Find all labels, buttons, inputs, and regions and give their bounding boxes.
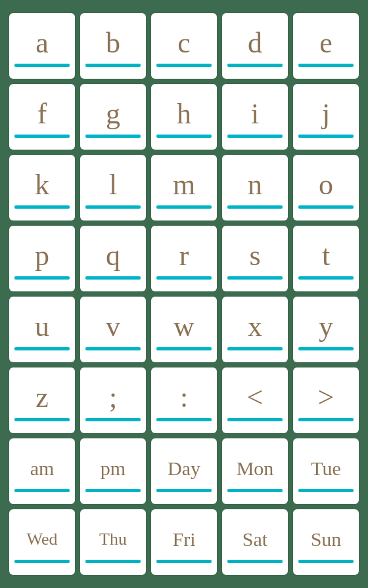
card-label: ; (109, 383, 117, 417)
card-label: a (35, 29, 49, 63)
card-item[interactable]: ; (80, 368, 146, 433)
card-item[interactable]: c (151, 13, 217, 79)
card-label: z (35, 383, 49, 417)
card-label: pm (101, 459, 126, 484)
card-item[interactable]: a (9, 13, 75, 79)
card-label: w (173, 312, 195, 346)
card-label: Sun (311, 530, 342, 555)
emoji-grid: abcdefghijklmnopqrstuvwxyz;:<>ampmDayMon… (1, 5, 367, 583)
card-item[interactable]: > (293, 368, 359, 433)
card-label: s (249, 242, 260, 276)
card-label: r (179, 242, 189, 276)
card-item[interactable]: q (80, 226, 146, 291)
card-label: p (35, 242, 49, 276)
card-label: d (248, 29, 262, 63)
card-item[interactable]: x (222, 297, 288, 362)
card-label: < (247, 383, 264, 417)
card-label: l (109, 171, 117, 205)
card-label: f (37, 100, 47, 134)
card-item[interactable]: e (293, 13, 359, 79)
card-label: u (35, 312, 49, 346)
card-item[interactable]: i (222, 84, 288, 150)
card-item[interactable]: am (9, 438, 75, 504)
card-item[interactable]: d (222, 13, 288, 79)
card-label: Sat (242, 530, 267, 555)
card-item[interactable]: Wed (9, 509, 75, 575)
card-item[interactable]: z (9, 368, 75, 433)
card-item[interactable]: k (9, 155, 75, 220)
card-item[interactable]: j (293, 84, 359, 150)
card-item[interactable]: v (80, 297, 146, 362)
card-item[interactable]: Mon (222, 438, 288, 504)
card-label: n (248, 171, 262, 205)
card-label: b (106, 29, 120, 63)
card-label: m (173, 171, 195, 205)
card-item[interactable]: Thu (80, 509, 146, 575)
card-item[interactable]: n (222, 155, 288, 220)
card-label: i (251, 100, 259, 134)
card-label: c (177, 29, 191, 63)
card-item[interactable]: m (151, 155, 217, 220)
card-label: h (177, 100, 191, 134)
card-label: Tue (311, 459, 341, 484)
card-item[interactable]: y (293, 297, 359, 362)
card-item[interactable]: pm (80, 438, 146, 504)
card-item[interactable]: b (80, 13, 146, 79)
card-label: j (322, 100, 330, 134)
card-label: Fri (172, 530, 195, 555)
card-label: q (106, 242, 120, 276)
card-item[interactable]: w (151, 297, 217, 362)
card-label: y (319, 312, 333, 346)
card-label: t (322, 242, 330, 276)
card-item[interactable]: s (222, 226, 288, 291)
card-label: e (319, 29, 333, 63)
card-label: o (319, 171, 333, 205)
card-item[interactable]: < (222, 368, 288, 433)
card-item[interactable]: r (151, 226, 217, 291)
card-label: Mon (237, 459, 274, 484)
card-item[interactable]: u (9, 297, 75, 362)
card-item[interactable]: Sat (222, 509, 288, 575)
card-label: > (318, 383, 334, 417)
card-label: Thu (99, 531, 127, 553)
card-item[interactable]: t (293, 226, 359, 291)
card-label: Wed (27, 531, 58, 553)
card-label: k (35, 171, 49, 205)
card-item[interactable]: f (9, 84, 75, 150)
card-label: v (106, 312, 120, 346)
card-item[interactable]: o (293, 155, 359, 220)
card-label: : (180, 383, 188, 417)
card-label: x (248, 312, 262, 346)
card-item[interactable]: p (9, 226, 75, 291)
card-item[interactable]: g (80, 84, 146, 150)
card-item[interactable]: h (151, 84, 217, 150)
card-item[interactable]: Fri (151, 509, 217, 575)
card-label: Day (168, 459, 200, 484)
card-label: am (30, 459, 55, 484)
card-item[interactable]: Tue (293, 438, 359, 504)
card-item[interactable]: Sun (293, 509, 359, 575)
card-item[interactable]: l (80, 155, 146, 220)
card-item[interactable]: Day (151, 438, 217, 504)
card-item[interactable]: : (151, 368, 217, 433)
card-label: g (106, 100, 120, 134)
